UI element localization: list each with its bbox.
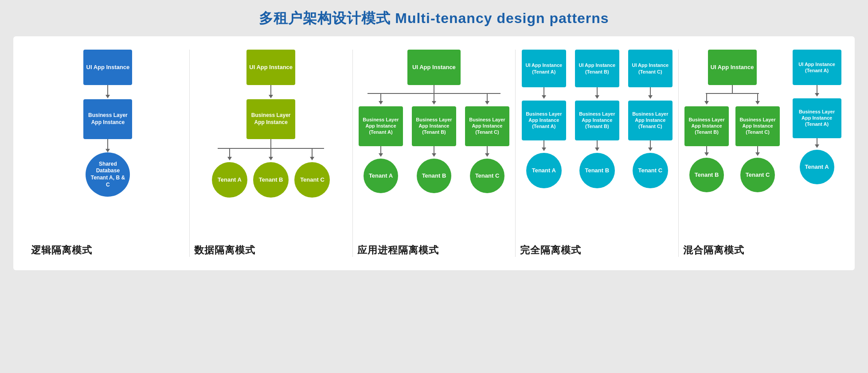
box-ui-logical: UI App Instance [83,50,132,85]
page-title: 多租户架构设计模式 Multi-tenancy design patterns [13,9,855,28]
diagram-process: UI App Instance [357,50,511,236]
box-business-b-hybrid: Business Layer App Instance (Tenant B) [684,106,729,146]
diagram-full: UI App Instance (Tenant A) Business Laye… [520,50,674,236]
label-full: 完全隔离模式 [520,244,581,257]
box-ui-c-full: UI App Instance (Tenant C) [628,50,673,87]
box-business-a-process: Business Layer App Instance (Tenant A) [359,106,403,146]
arrow-data-1 [269,85,273,98]
box-business-b-full: Business Layer App Instance (Tenant B) [575,101,619,140]
box-business-c-full: Business Layer App Instance (Tenant C) [628,101,673,140]
circle-tenant-b-full: Tenant B [579,153,615,188]
circle-tenant-c-process: Tenant C [470,159,504,193]
label-process: 应用进程隔离模式 [357,244,439,257]
circle-tenant-b-hybrid: Tenant B [689,158,724,192]
main-card: UI App Instance Business Layer App Insta… [13,36,855,270]
label-hybrid: 混合隔离模式 [683,244,744,257]
circle-tenant-b-data: Tenant B [253,162,289,198]
pattern-full: UI App Instance (Tenant A) Business Laye… [516,50,678,257]
circle-tenant-a-data: Tenant A [212,162,247,198]
patterns-row: UI App Instance Business Layer App Insta… [27,50,841,257]
diagram-hybrid: UI App Instance [683,50,837,236]
label-data: 数据隔离模式 [194,244,255,257]
box-ui-b-full: UI App Instance (Tenant B) [575,50,619,87]
pattern-process: UI App Instance [353,50,516,257]
circle-tenant-a-process: Tenant A [364,159,398,193]
box-business-c-hybrid: Business Layer App Instance (Tenant C) [735,106,780,146]
box-business-c-process: Business Layer App Instance (Tenant C) [465,106,509,146]
box-business-a-full: Business Layer App Instance (Tenant A) [522,101,566,140]
circle-tenant-c-data: Tenant C [294,162,330,198]
box-business-b-process: Business Layer App Instance (Tenant B) [412,106,456,146]
pattern-logical: UI App Instance Business Layer App Insta… [27,50,189,257]
box-ui-hybrid-right: UI App Instance (Tenant A) [793,50,841,85]
box-ui-process: UI App Instance [407,50,461,85]
arrow-2 [106,139,110,152]
diagram-logical: UI App Instance Business Layer App Insta… [31,50,185,236]
box-business-data: Business Layer App Instance [246,99,295,139]
label-logical: 逻辑隔离模式 [31,244,92,257]
arrow-1 [106,85,110,98]
box-business-a-hybrid: Business Layer App Instance (Tenant A) [793,98,841,138]
circle-shared-db: Shared Database Tenant A, B & C [86,152,130,197]
pattern-hybrid: UI App Instance [679,50,841,257]
box-ui-a-full: UI App Instance (Tenant A) [522,50,566,87]
diagram-data: UI App Instance Business Layer App Insta… [194,50,348,236]
circle-tenant-c-full: Tenant C [633,153,668,188]
circle-tenant-b-process: Tenant B [417,159,451,193]
circle-tenant-c-hybrid: Tenant C [740,158,775,192]
page-container: 多租户架构设计模式 Multi-tenancy design patterns … [0,0,868,373]
box-business-logical: Business Layer App Instance [83,99,132,139]
box-ui-data: UI App Instance [246,50,295,85]
circle-tenant-a-full: Tenant A [526,153,562,188]
pattern-data: UI App Instance Business Layer App Insta… [190,50,352,257]
circle-tenant-a-hybrid: Tenant A [800,150,834,184]
box-ui-hybrid-left: UI App Instance [708,50,757,85]
